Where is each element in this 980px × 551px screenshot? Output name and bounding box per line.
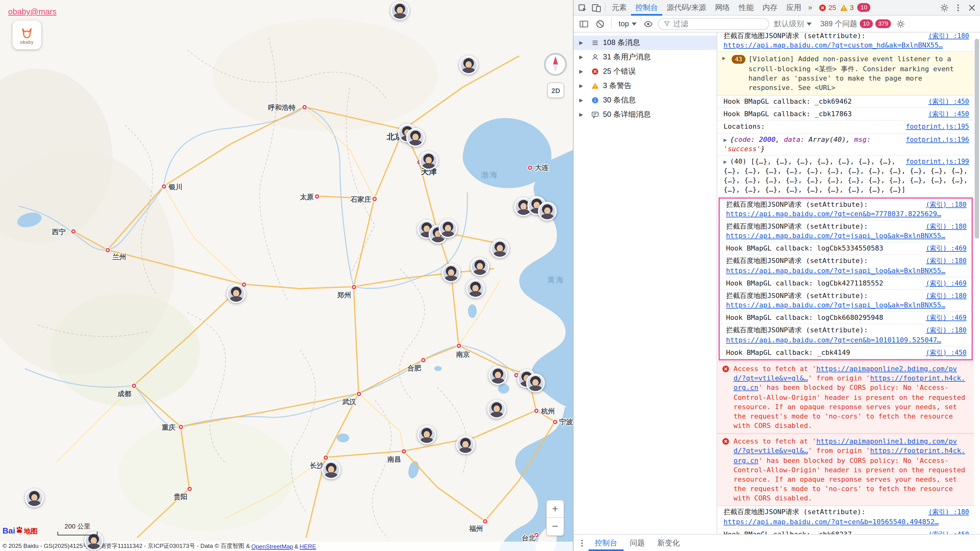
devtools-close-icon[interactable] [965, 1, 978, 14]
zoom-out-button[interactable]: − [547, 518, 563, 535]
device-toolbar-icon[interactable] [589, 1, 603, 14]
console-sidebar-toggle-icon[interactable] [577, 17, 590, 30]
disclosure-triangle[interactable]: ▶ [724, 159, 727, 165]
tab-console[interactable]: 控制台 [631, 0, 662, 16]
avatar-marker[interactable] [466, 279, 485, 298]
avatar-marker[interactable] [406, 128, 425, 147]
scrollbar-thumb[interactable] [975, 39, 979, 239]
here-link[interactable]: HERE [299, 543, 316, 550]
console-filter-input[interactable] [673, 19, 763, 28]
avatar-marker[interactable] [488, 366, 508, 385]
console-settings-icon[interactable] [894, 17, 907, 30]
console-sidebar-item[interactable]: ▶3 条警告 [574, 79, 717, 93]
disclosure-triangle[interactable]: ▶ [579, 112, 584, 118]
clear-console-icon[interactable] [593, 17, 607, 30]
source-location-link[interactable]: (索引) :180 [926, 326, 967, 335]
console-url-link[interactable]: https://api.map.baidu.com/?qt=jsapi_log&… [726, 300, 967, 310]
disclosure-triangle[interactable]: ▶ [722, 55, 726, 62]
disclosure-triangle[interactable]: ▶ [579, 54, 584, 60]
console-url-link[interactable]: https://api.map.baidu.com/?qt=cen&b=1056… [724, 517, 969, 526]
drawer-tab-changes[interactable]: 新变化 [651, 535, 686, 551]
tab-performance[interactable]: 性能 [735, 0, 758, 16]
console-sidebar-item[interactable]: ▶25 个错误 [574, 64, 717, 79]
avatar-marker[interactable] [322, 460, 340, 479]
avatar-marker[interactable] [471, 257, 489, 276]
issues-count-badge[interactable]: 10 [858, 3, 870, 12]
disclosure-triangle[interactable]: ▶ [579, 40, 584, 46]
avatar-marker[interactable] [417, 426, 436, 444]
warning-count-badge[interactable]: 3 [840, 3, 854, 11]
console-url-link[interactable]: https://api.map.baidu.com/?qt=jsapi_log&… [726, 266, 967, 275]
baidu-maps-logo[interactable]: Bai 地图 [3, 526, 38, 536]
avatar-marker[interactable] [487, 400, 506, 419]
source-location-link[interactable]: footprint.js:199 [906, 157, 969, 166]
source-location-link[interactable]: (索引) :180 [926, 256, 967, 265]
more-tabs-chevron[interactable]: » [806, 3, 815, 12]
avatar-marker[interactable] [442, 264, 460, 283]
issues-badge-1[interactable]: 10 [860, 20, 873, 28]
osm-link[interactable]: OpenStreetMap [251, 543, 293, 550]
source-location-link[interactable]: (索引) :180 [926, 222, 967, 231]
drawer-tab-console[interactable]: 控制台 [589, 535, 624, 551]
avatar-marker[interactable] [25, 489, 44, 507]
avatar-marker[interactable] [456, 435, 475, 454]
avatar-marker[interactable] [490, 239, 509, 258]
source-location-link[interactable]: (索引) :180 [928, 32, 969, 40]
source-location-link[interactable]: (索引) :450 [928, 529, 969, 534]
source-location-link[interactable]: (索引) :180 [926, 291, 967, 300]
devtools-settings-icon[interactable] [937, 1, 951, 14]
source-location-link[interactable]: footprint.js:196 [906, 135, 969, 144]
console-url-link[interactable]: https://api.map.baidu.com/?qt=cen&b=7778… [726, 209, 967, 219]
console-sidebar-item[interactable]: ▶31 条用户消息 [574, 50, 717, 64]
avatar-marker[interactable] [459, 56, 478, 75]
source-location-link[interactable]: (索引) :450 [928, 97, 969, 106]
avatar-marker[interactable] [390, 1, 409, 20]
source-location-link[interactable]: (索引) :180 [928, 508, 969, 517]
avatar-marker[interactable] [538, 202, 557, 221]
console-url-link[interactable]: https://api.map.baidu.com/?qt=custom_hd&… [724, 41, 969, 50]
baidu-map-canvas[interactable]: 呼和浩特北京天津大连银川太原石家庄西宁兰州西安郑州南京合肥上海成都武汉杭州宁波重… [0, 0, 573, 551]
site-logo[interactable]: obaby [13, 21, 41, 49]
map-2d-mode-button[interactable]: 2D [547, 83, 564, 98]
avatar-marker[interactable] [419, 151, 438, 170]
source-location-link[interactable]: (索引) :450 [928, 110, 969, 118]
source-location-link[interactable]: (索引) :180 [926, 200, 967, 209]
inspect-element-icon[interactable] [576, 1, 589, 14]
issues-counter-label[interactable]: 389 个问题 [820, 18, 857, 29]
context-selector[interactable]: top [616, 19, 639, 28]
live-expression-eye-icon[interactable] [641, 17, 655, 30]
drawer-menu-icon[interactable] [575, 536, 589, 550]
source-location-link[interactable]: footprint.js:195 [906, 122, 969, 131]
console-url-link[interactable]: https://api.map.baidu.com/?qt=cen&b=1010… [726, 335, 967, 345]
tab-elements[interactable]: 元素 [607, 0, 631, 16]
avatar-marker[interactable] [227, 284, 245, 303]
source-location-link[interactable]: (索引) :469 [926, 279, 967, 288]
console-sidebar-item[interactable]: ▶108 条消息 [574, 36, 717, 50]
disclosure-triangle[interactable]: ▶ [724, 137, 727, 143]
console-log-area[interactable]: (索引) :180拦截百度地图JSONP请求 (setAttribute):ht… [717, 32, 980, 534]
tab-sources[interactable]: 源代码/来源 [662, 0, 711, 16]
disclosure-triangle[interactable]: ▶ [579, 69, 584, 75]
error-count-badge[interactable]: 25 [818, 3, 836, 11]
compass-control[interactable] [543, 52, 568, 77]
tab-network[interactable]: 网络 [711, 0, 735, 16]
console-scrollbar[interactable] [974, 34, 980, 533]
source-location-link[interactable]: (索引) :469 [926, 244, 967, 253]
disclosure-triangle[interactable]: ▶ [579, 83, 584, 89]
source-location-link[interactable]: (索引) :469 [926, 313, 967, 322]
tab-memory[interactable]: 内存 [758, 0, 782, 16]
log-level-selector[interactable]: 默认级别 [771, 18, 814, 29]
avatar-marker[interactable] [526, 373, 545, 392]
tab-application[interactable]: 应用 [782, 0, 806, 16]
console-sidebar-item[interactable]: ▶30 条信息 [574, 93, 717, 108]
zoom-in-button[interactable]: + [547, 500, 563, 518]
user-profile-link[interactable]: obaby@mars [8, 7, 57, 16]
source-location-link[interactable]: (索引) :450 [926, 348, 967, 357]
disclosure-triangle[interactable]: ▶ [579, 97, 584, 103]
avatar-marker[interactable] [439, 219, 457, 238]
console-url-link[interactable]: https://api.map.baidu.com/?qt=jsapi_log&… [726, 231, 967, 240]
devtools-menu-icon[interactable] [951, 1, 965, 14]
issues-badge-2[interactable]: 379 [875, 20, 891, 28]
drawer-tab-issues[interactable]: 问题 [624, 535, 651, 551]
console-sidebar-item[interactable]: ▶50 条详细消息 [574, 108, 717, 122]
